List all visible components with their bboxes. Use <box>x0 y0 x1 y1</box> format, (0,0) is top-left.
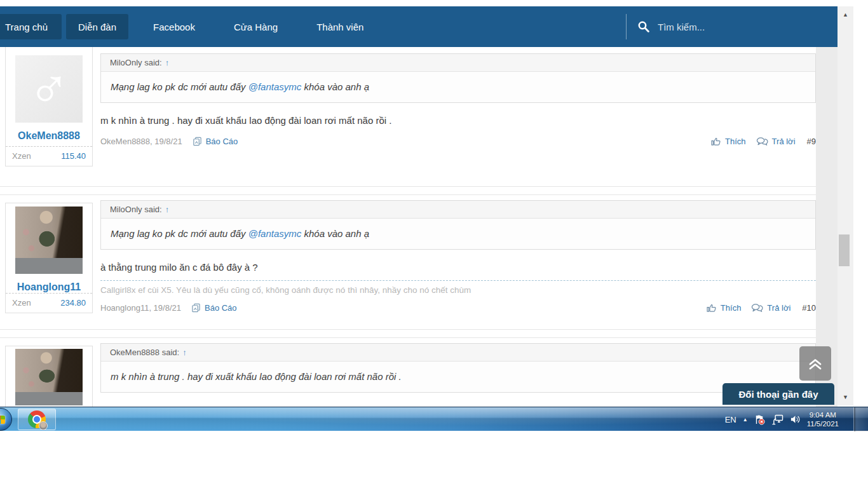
thumbs-up-icon <box>710 136 721 147</box>
quote-jump-arrow-icon[interactable]: ↑ <box>165 58 170 67</box>
stat-value[interactable]: 234.80 <box>60 298 86 308</box>
post-number[interactable]: #10 <box>802 303 816 313</box>
stat-label: Xzen <box>12 151 31 161</box>
browser-scrollbar[interactable]: ▲ ▼ <box>837 6 853 405</box>
chrome-icon <box>28 410 46 428</box>
male-avatar-icon[interactable]: ♂ <box>15 55 83 123</box>
scroll-down-icon[interactable]: ▼ <box>837 390 853 404</box>
quote-header[interactable]: MiloOnly said: ↑ <box>101 54 815 72</box>
post-11: OkeMen8888 said: ↑ m k nhìn à trung . ha… <box>0 337 816 407</box>
show-hidden-icons-icon[interactable]: ▲ <box>743 417 748 423</box>
post-byline[interactable]: Hoanglong11, 19/8/21 <box>100 303 181 313</box>
report-pages-icon <box>191 303 201 313</box>
search-box <box>626 14 804 39</box>
nav-tab-members[interactable]: Thành viên <box>305 14 375 39</box>
reply-link[interactable]: Trả lời <box>751 303 790 313</box>
clock-time: 9:04 AM <box>807 410 839 419</box>
post-9: ♂ OkeMen8888 Xzen 115.40 MiloOnly said: … <box>0 47 816 187</box>
quote-text: khóa vào anh ạ <box>301 81 369 92</box>
windows-logo-icon <box>0 416 5 424</box>
double-chevron-up-icon <box>807 356 824 370</box>
quote-header[interactable]: OkeMen8888 said: ↑ <box>101 344 815 362</box>
quote-body: Mạng lag ko pk dc mới autu đấy @fantasym… <box>101 219 815 249</box>
clock-date: 11/5/2021 <box>807 419 839 428</box>
quote-body: m k nhìn à trung . hay đi xuất khẩu lao … <box>101 362 815 392</box>
quote-block: MiloOnly said: ↑ Mạng lag ko pk dc mới a… <box>100 53 816 103</box>
thumbs-up-icon <box>706 302 717 313</box>
action-center-flag-icon[interactable] <box>754 414 765 425</box>
stat-label: Xzen <box>12 298 31 308</box>
author-card <box>5 346 93 407</box>
nav-tab-facebook[interactable]: Facebook <box>142 14 207 39</box>
mention-link[interactable]: @fantasymc <box>248 228 302 239</box>
show-desktop-button[interactable] <box>853 407 868 431</box>
quote-text: khóa vào anh ạ <box>301 228 369 239</box>
stat-value[interactable]: 115.40 <box>61 151 86 161</box>
post-message: OkeMen8888 said: ↑ m k nhìn à trung . ha… <box>100 343 816 393</box>
search-icon[interactable] <box>637 20 650 33</box>
author-stat-row: Xzen 234.80 <box>6 293 92 313</box>
report-label: Báo Cáo <box>205 303 237 313</box>
post-byline[interactable]: OkeMen8888, 19/8/21 <box>100 137 182 146</box>
chrome-taskbar-button[interactable] <box>18 409 56 430</box>
post-actions: Thích Trả lời #9 <box>700 136 816 147</box>
desktop-screen: Trang chủ Diễn đàn Facebook Cửa Hàng Thà… <box>0 0 868 488</box>
start-button[interactable] <box>0 408 12 431</box>
thread-content: ♂ OkeMen8888 Xzen 115.40 MiloOnly said: … <box>0 47 816 407</box>
like-label: Thích <box>721 303 742 313</box>
recent-conversations-button[interactable]: Đối thoại gần đây <box>722 383 834 405</box>
chrome-profile-badge <box>39 421 48 430</box>
like-link[interactable]: Thích <box>710 136 746 147</box>
post-body-text: à thằng trung milo ăn c đá bô đây à ? <box>100 261 816 274</box>
quote-block: OkeMen8888 said: ↑ m k nhìn à trung . ha… <box>100 343 816 393</box>
reply-label: Trả lời <box>767 303 790 313</box>
user-photo-avatar[interactable] <box>15 207 83 274</box>
quote-author: OkeMen8888 said: <box>110 348 179 357</box>
post-10: Hoanglong11 Xzen 234.80 MiloOnly said: ↑… <box>0 194 816 330</box>
taskbar-clock[interactable]: 9:04 AM 11/5/2021 <box>807 410 839 428</box>
scroll-up-icon[interactable]: ▲ <box>837 8 853 22</box>
user-photo-avatar[interactable] <box>15 349 83 405</box>
post-body-text: m k nhìn à trung . hay đi xuất khẩu lao … <box>100 114 816 128</box>
volume-icon[interactable] <box>790 414 801 424</box>
quote-jump-arrow-icon[interactable]: ↑ <box>182 348 187 357</box>
quote-header[interactable]: MiloOnly said: ↑ <box>101 201 815 219</box>
quote-jump-arrow-icon[interactable]: ↑ <box>165 205 170 214</box>
nav-tab-forum[interactable]: Diễn đàn <box>66 14 128 39</box>
author-username[interactable]: OkeMen8888 <box>6 130 92 142</box>
language-indicator[interactable]: EN <box>725 415 736 424</box>
mention-link[interactable]: @fantasymc <box>248 81 302 92</box>
report-pages-icon <box>193 137 202 146</box>
post-number[interactable]: #9 <box>807 137 816 146</box>
system-tray: EN ▲ 9:04 AM 11/5/2021 <box>725 407 839 431</box>
like-label: Thích <box>725 137 746 146</box>
quote-body: Mạng lag ko pk dc mới autu đấy @fantasym… <box>101 72 815 102</box>
post-footer: Hoanglong11, 19/8/21 Báo Cáo Thích Trả l… <box>100 302 816 313</box>
reply-link[interactable]: Trả lời <box>756 137 796 147</box>
speech-bubbles-icon <box>756 137 768 147</box>
user-signature: Callgirl8x ef cùi X5. Yêu là dù yếu cũng… <box>100 280 816 295</box>
author-card: Hoanglong11 Xzen 234.80 <box>5 203 93 313</box>
nav-tab-shop[interactable]: Cửa Hàng <box>222 14 289 39</box>
author-username[interactable]: Hoanglong11 <box>6 281 92 293</box>
quote-text: m k nhìn à trung . hay đi xuất khẩu lao … <box>111 371 402 382</box>
report-link[interactable]: Báo Cáo <box>191 303 237 313</box>
post-actions: Thích Trả lời #10 <box>696 302 816 313</box>
quote-author: MiloOnly said: <box>110 205 162 214</box>
like-link[interactable]: Thích <box>706 302 742 313</box>
post-message: MiloOnly said: ↑ Mạng lag ko pk dc mới a… <box>100 53 816 147</box>
windows-taskbar: EN ▲ 9:04 AM 11/5/2021 <box>0 407 868 431</box>
search-input[interactable] <box>658 22 804 32</box>
report-label: Báo Cáo <box>206 137 238 146</box>
quote-block: MiloOnly said: ↑ Mạng lag ko pk dc mới a… <box>100 200 816 250</box>
quote-text: Mạng lag ko pk dc mới autu đấy <box>111 228 248 239</box>
post-message: MiloOnly said: ↑ Mạng lag ko pk dc mới a… <box>100 200 816 313</box>
nav-tab-home[interactable]: Trang chủ <box>0 14 62 39</box>
author-card: ♂ OkeMen8888 Xzen 115.40 <box>5 47 93 166</box>
network-icon[interactable] <box>771 414 783 425</box>
report-link[interactable]: Báo Cáo <box>193 137 238 146</box>
quote-author: MiloOnly said: <box>110 58 162 67</box>
scroll-to-top-button[interactable] <box>799 346 831 381</box>
quote-text: Mạng lag ko pk dc mới autu đấy <box>111 81 248 92</box>
scrollbar-thumb[interactable] <box>839 234 850 266</box>
